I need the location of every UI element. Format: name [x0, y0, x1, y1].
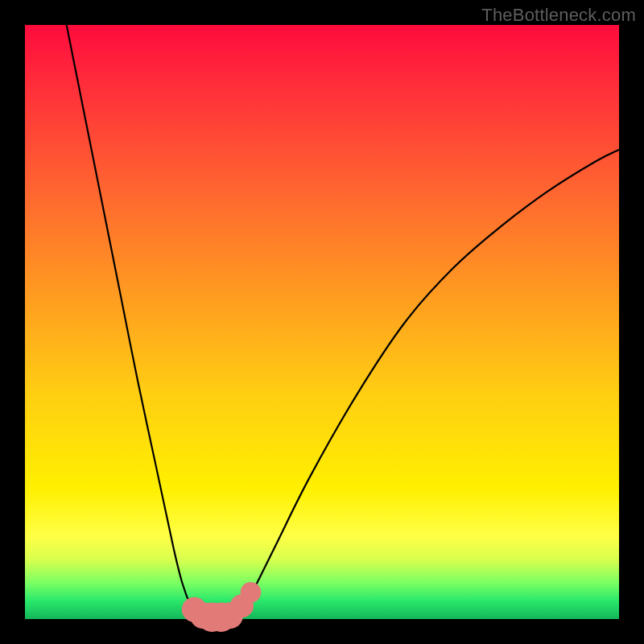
- watermark-text: TheBottleneck.com: [481, 5, 636, 26]
- outer-frame: TheBottleneck.com: [0, 0, 644, 644]
- curve-markers: [182, 582, 261, 632]
- plot-area: [25, 25, 619, 619]
- chart-svg: [25, 25, 619, 619]
- bottleneck-curve: [67, 25, 619, 618]
- curve-marker: [241, 582, 262, 603]
